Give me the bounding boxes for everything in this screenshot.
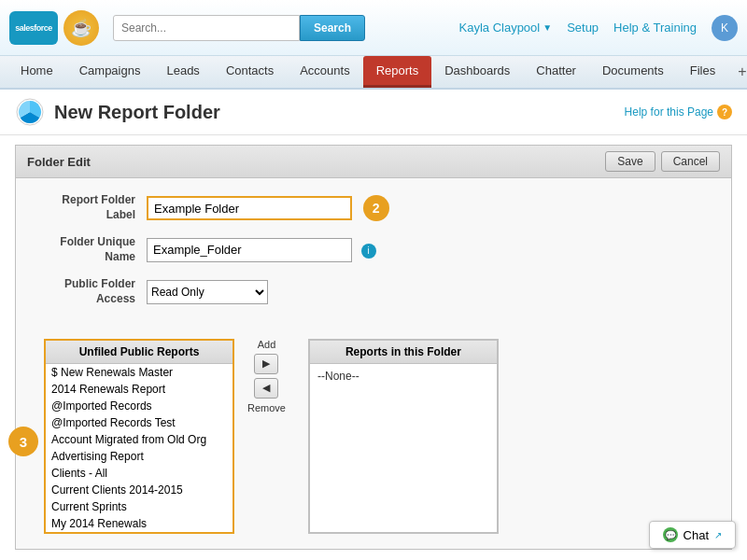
page-title: New Report Folder <box>54 102 220 123</box>
add-remove-area: Add ▶ ◀ Remove <box>234 339 299 413</box>
user-dropdown-arrow: ▼ <box>543 22 552 33</box>
folder-label-field: 2 <box>147 195 389 221</box>
logo-area: salesforce ☕ <box>9 10 99 46</box>
app-header: salesforce ☕ Search Kayla Claypool ▼ Set… <box>0 0 747 56</box>
folder-edit-section: Folder Edit Save Cancel Report FolderLab… <box>15 145 732 550</box>
list-item[interactable]: 2014 Renewals Report <box>46 381 233 398</box>
page-title-left: New Report Folder <box>15 97 220 127</box>
step2-badge: 2 <box>363 195 389 221</box>
folder-reports-list-box: Reports in this Folder --None-- <box>308 339 499 534</box>
help-training-link[interactable]: Help & Training <box>613 21 697 35</box>
step3-badge: 3 <box>8 427 38 456</box>
cancel-button[interactable]: Cancel <box>661 151 720 172</box>
folder-reports-list[interactable]: --None-- <box>310 364 497 532</box>
header-right: Kayla Claypool ▼ Setup Help & Training K <box>459 15 739 41</box>
unfiled-reports-list[interactable]: $ New Renewals Master 2014 Renewals Repo… <box>46 364 233 532</box>
folder-edit-header: Folder Edit Save Cancel <box>16 146 731 178</box>
folder-label-row: Report FolderLabel 2 <box>35 193 712 222</box>
setup-link[interactable]: Setup <box>567 21 599 35</box>
chat-label: Chat <box>684 528 709 542</box>
nav-files[interactable]: Files <box>677 56 728 88</box>
nav-leads[interactable]: Leads <box>153 56 212 88</box>
folder-unique-input[interactable] <box>147 238 352 262</box>
folder-label-label: Report FolderLabel <box>35 193 147 222</box>
nav-dashboards[interactable]: Dashboards <box>431 56 523 88</box>
avatar: K <box>712 15 738 41</box>
list-item[interactable]: Advertising Report <box>46 448 233 465</box>
list-item[interactable]: Current Sprints <box>46 498 233 515</box>
folder-unique-label: Folder UniqueName <box>35 235 147 264</box>
nav-home[interactable]: Home <box>7 56 66 88</box>
nav-reports[interactable]: Reports <box>363 56 432 88</box>
public-access-select[interactable]: Read Only Read/Write Hidden <box>147 280 268 304</box>
search-area: Search <box>113 15 393 41</box>
info-icon[interactable]: i <box>361 244 376 259</box>
add-button[interactable]: ▶ <box>254 354 278 374</box>
user-menu[interactable]: Kayla Claypool ▼ <box>459 21 553 35</box>
folder-edit-buttons: Save Cancel <box>605 151 720 172</box>
nav-campaigns[interactable]: Campaigns <box>66 56 154 88</box>
list-item[interactable]: My 2014 Renewals <box>46 515 233 532</box>
chat-button[interactable]: 💬 Chat ↗ <box>649 521 736 549</box>
user-name: Kayla Claypool <box>459 21 541 35</box>
save-button[interactable]: Save <box>605 151 655 172</box>
nav-contacts[interactable]: Contacts <box>213 56 287 88</box>
folder-unique-field: i <box>147 238 376 262</box>
form-area: Report FolderLabel 2 Folder UniqueName i… <box>16 178 731 335</box>
nav-chatter[interactable]: Chatter <box>523 56 589 88</box>
chat-arrow-icon: ↗ <box>714 530 722 540</box>
list-item[interactable]: $ New Renewals Master <box>46 364 233 381</box>
navigation-bar: Home Campaigns Leads Contacts Accounts R… <box>0 56 747 90</box>
salesforce-logo: salesforce <box>9 11 58 45</box>
lists-section: 3 Unfiled Public Reports $ New Renewals … <box>16 335 731 549</box>
folder-label-input[interactable] <box>147 196 352 220</box>
page-title-bar: New Report Folder Help for this Page ? <box>0 90 747 135</box>
help-link-text: Help for this Page <box>625 105 713 119</box>
page-content: New Report Folder Help for this Page ? F… <box>0 90 747 560</box>
folder-reports-container: Reports in this Folder --None-- <box>308 339 499 534</box>
nav-accounts[interactable]: Accounts <box>287 56 362 88</box>
help-icon: ? <box>717 105 732 119</box>
search-input[interactable] <box>113 15 300 41</box>
chat-icon: 💬 <box>663 527 678 542</box>
unfiled-reports-header: Unfiled Public Reports <box>46 341 233 364</box>
list-item[interactable]: @Imported Records <box>46 398 233 414</box>
list-item[interactable]: Current Clients 2014-2015 <box>46 482 233 498</box>
folder-reports-header: Reports in this Folder <box>310 341 497 364</box>
public-access-label: Public FolderAccess <box>35 277 147 306</box>
search-button[interactable]: Search <box>300 15 365 41</box>
remove-label: Remove <box>247 402 286 413</box>
report-folder-icon <box>15 97 45 127</box>
add-label: Add <box>258 339 276 350</box>
list-item[interactable]: @Imported Records Test <box>46 414 233 431</box>
folder-unique-row: Folder UniqueName i <box>35 235 712 264</box>
list-item[interactable]: Account Migrated from Old Org <box>46 431 233 448</box>
list-item[interactable]: Clients - All <box>46 465 233 482</box>
public-access-row: Public FolderAccess Read Only Read/Write… <box>35 277 712 306</box>
help-link[interactable]: Help for this Page ? <box>625 105 732 119</box>
unfiled-reports-container: Unfiled Public Reports $ New Renewals Ma… <box>44 339 234 534</box>
remove-button[interactable]: ◀ <box>254 378 278 399</box>
mascot-icon: ☕ <box>63 10 99 46</box>
nav-documents[interactable]: Documents <box>589 56 677 88</box>
nav-more-button[interactable]: + <box>728 56 747 88</box>
none-placeholder: --None-- <box>310 364 497 388</box>
folder-edit-title: Folder Edit <box>27 155 91 169</box>
public-access-field: Read Only Read/Write Hidden <box>147 280 268 304</box>
